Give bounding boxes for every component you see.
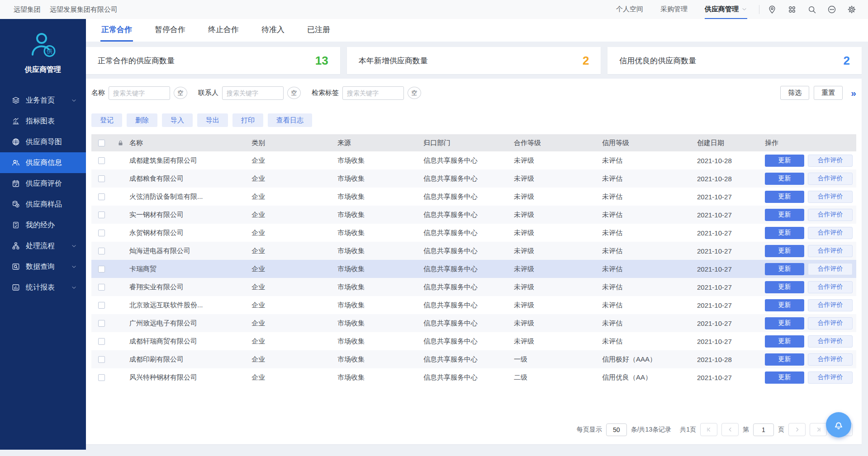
evaluate-button[interactable]: 合作评价 — [808, 281, 853, 293]
toolbar-button[interactable]: 导入 — [162, 113, 193, 127]
supplier-dept: 信息共享服务中心 — [423, 229, 514, 237]
row-checkbox[interactable] — [98, 212, 105, 218]
row-checkbox[interactable] — [98, 193, 105, 200]
topnav-item[interactable]: 供应商管理 — [705, 0, 747, 19]
update-button[interactable]: 更新 — [765, 263, 804, 275]
filter-input[interactable] — [342, 86, 404, 100]
evaluate-button[interactable]: 合作评价 — [808, 335, 853, 348]
row-checkbox[interactable] — [98, 284, 105, 291]
supplier-source: 市场收集 — [337, 193, 423, 201]
filter-input[interactable] — [109, 86, 170, 100]
update-button[interactable]: 更新 — [765, 299, 804, 311]
clear-empty-button[interactable]: 空 — [408, 87, 421, 99]
update-button[interactable]: 更新 — [765, 155, 804, 167]
evaluate-button[interactable]: 合作评价 — [808, 191, 853, 203]
toolbar-button[interactable]: 导出 — [197, 113, 228, 127]
supplier-source: 市场收集 — [337, 174, 423, 183]
row-checkbox[interactable] — [98, 157, 105, 164]
sidebar-item[interactable]: 统计报表 — [0, 277, 86, 298]
row-checkbox[interactable] — [98, 302, 105, 309]
brand-company: 远望发展集团有限公司 — [50, 5, 118, 14]
evaluate-button[interactable]: 合作评价 — [808, 353, 853, 366]
row-checkbox[interactable] — [98, 338, 105, 345]
evaluate-button[interactable]: 合作评价 — [808, 245, 853, 257]
row-checkbox[interactable] — [98, 175, 105, 182]
row-checkbox[interactable] — [98, 230, 105, 236]
page-number-input[interactable] — [753, 423, 774, 436]
update-button[interactable]: 更新 — [765, 281, 804, 293]
row-checkbox[interactable] — [98, 374, 105, 381]
supplier-source: 市场收集 — [337, 301, 423, 310]
sidebar-item[interactable]: 业务首页 — [0, 90, 86, 111]
update-button[interactable]: 更新 — [765, 191, 804, 203]
notification-bell-button[interactable] — [826, 412, 851, 437]
row-checkbox[interactable] — [98, 356, 105, 363]
sidebar-item[interactable]: 我的经办 — [0, 215, 86, 235]
evaluate-button[interactable]: 合作评价 — [808, 155, 853, 167]
tab[interactable]: 正常合作 — [100, 19, 133, 42]
location-pin-icon[interactable] — [768, 5, 777, 14]
sidebar-item[interactable]: 供应商信息 — [0, 152, 86, 173]
credit-level: 未评估 — [602, 283, 697, 291]
evaluate-button[interactable]: 合作评价 — [808, 317, 853, 329]
tab[interactable]: 待准入 — [261, 19, 285, 42]
clear-empty-button[interactable]: 空 — [287, 87, 301, 99]
apps-grid-icon[interactable] — [787, 5, 797, 14]
page-suffix-label: 页 — [778, 426, 784, 434]
sidebar-item[interactable]: 处理流程 — [0, 235, 86, 256]
tab[interactable]: 暂停合作 — [154, 19, 186, 42]
gear-icon[interactable] — [847, 5, 856, 14]
supplier-dept: 信息共享服务中心 — [423, 283, 514, 291]
per-page-input[interactable] — [606, 423, 627, 436]
filter-button[interactable]: 筛选 — [780, 86, 809, 100]
prev-page-button[interactable] — [721, 423, 739, 436]
expand-filters-icon[interactable]: » — [851, 88, 856, 98]
update-button[interactable]: 更新 — [765, 335, 804, 348]
evaluate-button[interactable]: 合作评价 — [808, 371, 853, 384]
toolbar-button[interactable]: 登记 — [91, 113, 122, 127]
bell-icon — [833, 419, 844, 431]
evaluate-button[interactable]: 合作评价 — [808, 227, 853, 239]
next-page-button[interactable] — [788, 423, 806, 436]
update-button[interactable]: 更新 — [765, 371, 804, 384]
update-button[interactable]: 更新 — [765, 209, 804, 221]
last-page-button[interactable] — [810, 423, 827, 436]
evaluate-button[interactable]: 合作评价 — [808, 173, 853, 185]
search-icon[interactable] — [807, 5, 816, 14]
row-checkbox[interactable] — [98, 266, 105, 273]
row-checkbox[interactable] — [98, 248, 105, 254]
sidebar-item[interactable]: 指标图表 — [0, 111, 86, 132]
clear-empty-button[interactable]: 空 — [174, 87, 187, 99]
reset-button[interactable]: 重置 — [814, 86, 843, 100]
evaluate-button[interactable]: 合作评价 — [808, 299, 853, 311]
supplier-dept: 信息共享服务中心 — [423, 301, 514, 310]
update-button[interactable]: 更新 — [765, 245, 804, 257]
row-checkbox[interactable] — [98, 320, 105, 327]
message-icon[interactable] — [827, 5, 836, 14]
toolbar-button[interactable]: 查看日志 — [268, 113, 312, 127]
supplier-source: 市场收集 — [337, 211, 423, 219]
update-button[interactable]: 更新 — [765, 227, 804, 239]
topnav-item[interactable]: 采购管理 — [660, 0, 688, 19]
supplier-dept: 信息共享服务中心 — [423, 193, 514, 201]
flow-icon — [12, 242, 20, 250]
update-button[interactable]: 更新 — [765, 173, 804, 185]
sidebar-item[interactable]: 供应商样品 — [0, 194, 86, 215]
toolbar-button[interactable]: 删除 — [127, 113, 157, 127]
supplier-name: 成都轩瑞商贸有限公司 — [129, 337, 251, 346]
update-button[interactable]: 更新 — [765, 353, 804, 366]
sidebar-item[interactable]: 供应商导图 — [0, 132, 86, 152]
page-prev-icon — [727, 426, 734, 433]
toolbar-button[interactable]: 打印 — [232, 113, 263, 127]
tab[interactable]: 已注册 — [306, 19, 331, 42]
evaluate-button[interactable]: 合作评价 — [808, 263, 853, 275]
tab[interactable]: 终止合作 — [207, 19, 240, 42]
update-button[interactable]: 更新 — [765, 317, 804, 329]
evaluate-button[interactable]: 合作评价 — [808, 209, 853, 221]
sidebar-item[interactable]: 供应商评价 — [0, 173, 86, 194]
first-page-button[interactable] — [700, 423, 717, 436]
select-all-checkbox[interactable] — [98, 140, 105, 146]
sidebar-item[interactable]: 数据查询 — [0, 256, 86, 277]
filter-input[interactable] — [222, 86, 284, 100]
topnav-item[interactable]: 个人空间 — [616, 0, 643, 19]
